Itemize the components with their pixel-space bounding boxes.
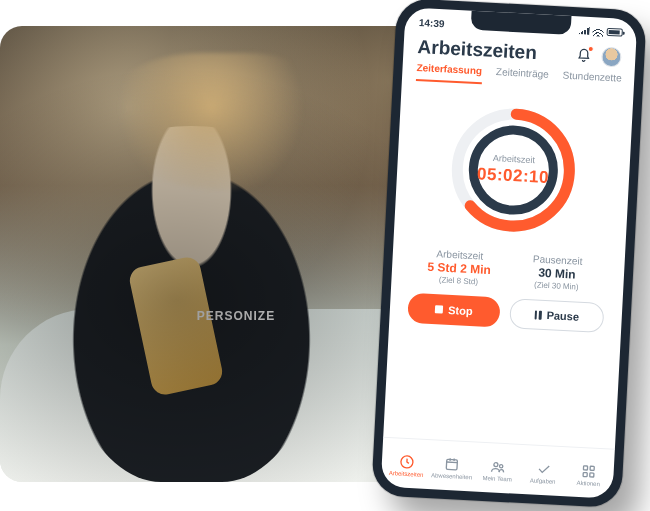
- pause-button[interactable]: Pause: [509, 298, 604, 333]
- svg-rect-6: [584, 466, 588, 470]
- svg-rect-9: [590, 473, 594, 477]
- nav-label: Abwesenheiten: [431, 472, 472, 480]
- nav-label: Arbeitszeiten: [389, 470, 424, 478]
- svg-point-5: [499, 464, 503, 468]
- check-icon: [535, 461, 552, 478]
- hair-shape: [104, 53, 342, 190]
- phone-screen: 14:39 Arbeitszeiten Zeiterfassung Zeitei…: [381, 7, 638, 498]
- calendar-icon: [444, 456, 461, 473]
- signal-icon: [578, 26, 590, 35]
- progress-ring: Arbeitszeit 05:02:10: [440, 97, 587, 244]
- pause-button-label: Pause: [546, 309, 579, 323]
- ring-center: Arbeitszeit 05:02:10: [440, 97, 587, 244]
- svg-rect-3: [447, 459, 458, 470]
- stop-button[interactable]: Stop: [407, 293, 500, 328]
- stat-pausetime: Pausenzeit 30 Min (Ziel 30 Min): [507, 252, 607, 293]
- person-silhouette: [41, 126, 341, 482]
- wifi-icon: [592, 27, 603, 37]
- phone-mockup: 14:39 Arbeitszeiten Zeiterfassung Zeitei…: [371, 0, 647, 508]
- timer-area: Arbeitszeit 05:02:10: [394, 80, 634, 252]
- stop-icon: [435, 305, 443, 313]
- stop-button-label: Stop: [448, 304, 473, 317]
- clock-icon: [398, 454, 415, 471]
- stat-worktime: Arbeitszeit 5 Std 2 Min (Ziel 8 Std): [409, 247, 509, 288]
- grid-icon: [580, 463, 597, 480]
- notification-dot: [588, 46, 594, 52]
- status-icons: [578, 26, 623, 37]
- status-time: 14:39: [419, 16, 445, 28]
- header-icons: [576, 45, 622, 67]
- svg-rect-8: [583, 473, 587, 477]
- nav-abwesenheiten[interactable]: Abwesenheiten: [429, 455, 476, 480]
- team-icon: [489, 458, 506, 475]
- notifications-button[interactable]: [576, 47, 592, 64]
- pause-icon: [534, 310, 541, 319]
- nav-arbeitszeiten[interactable]: Arbeitszeiten: [383, 453, 430, 478]
- elapsed-time: 05:02:10: [477, 164, 550, 188]
- bottom-nav: Arbeitszeiten Abwesenheiten Mein Team Au…: [381, 437, 615, 499]
- svg-rect-7: [590, 466, 594, 470]
- nav-aufgaben[interactable]: Aufgaben: [520, 460, 567, 485]
- avatar[interactable]: [601, 47, 622, 68]
- svg-point-4: [494, 463, 498, 467]
- sweatshirt-brand-text: PERSONIZE: [197, 309, 275, 323]
- ring-label-text: Arbeitszeit: [493, 153, 535, 165]
- nav-label: Aktionen: [576, 480, 600, 487]
- nav-label: Mein Team: [482, 475, 512, 483]
- nav-aktionen[interactable]: Aktionen: [565, 462, 612, 487]
- nav-label: Aufgaben: [530, 477, 556, 484]
- phone-in-hand: [127, 255, 224, 397]
- battery-icon: [607, 28, 623, 37]
- spacer: [383, 322, 621, 449]
- nav-meinteam[interactable]: Mein Team: [474, 458, 521, 483]
